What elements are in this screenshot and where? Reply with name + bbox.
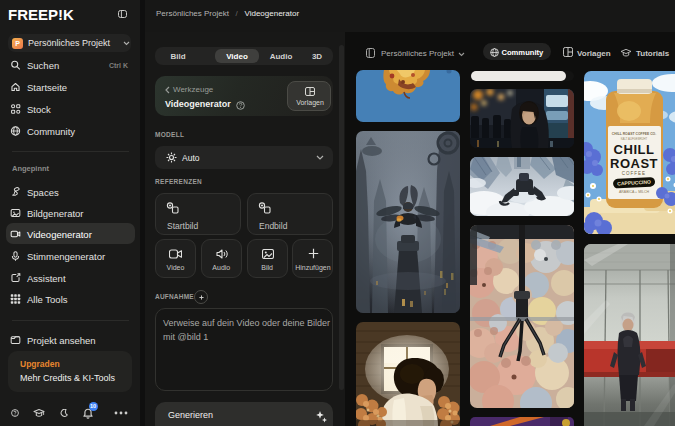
svg-text:KALT AUFGEBRÜHT: KALT AUFGEBRÜHT xyxy=(621,137,648,141)
svg-text:CHILL ROAST COFFEE CO.: CHILL ROAST COFFEE CO. xyxy=(612,132,656,136)
svg-text:COFFEE: COFFEE xyxy=(622,171,646,176)
svg-text:ROAST: ROAST xyxy=(610,156,658,171)
svg-text:ARABICA + MILCH: ARABICA + MILCH xyxy=(619,190,650,194)
